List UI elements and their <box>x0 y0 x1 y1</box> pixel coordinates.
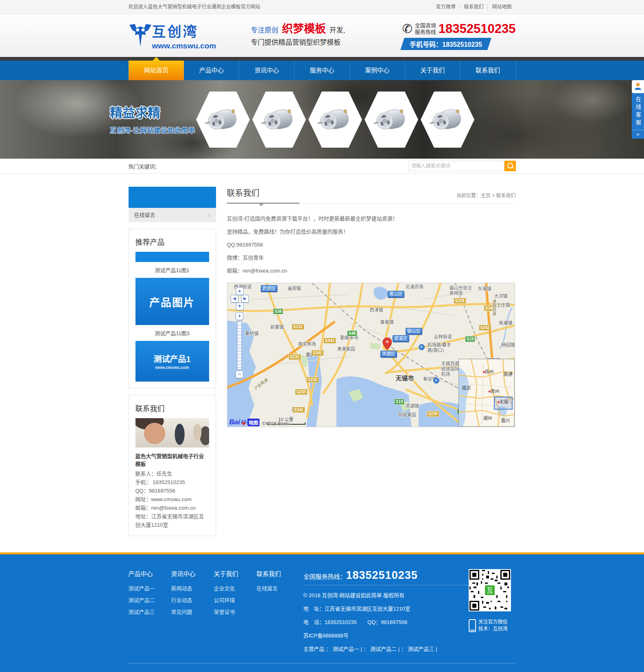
product-image-text: 产品图片 <box>149 294 195 309</box>
footer-icp[interactable]: 苏ICP备8888888号 <box>303 631 469 639</box>
pan-down-button[interactable]: ▼ <box>236 303 244 310</box>
footer-link[interactable]: 测试产品三 <box>129 608 171 615</box>
hotline-label1: 全国咨询 <box>415 22 436 29</box>
footer-link[interactable]: 测试产品二 <box>129 596 171 604</box>
paragraph: 互创湾-打造国内免费资源下载平台！，时时更新最新最全织梦建站资源！ <box>227 214 516 223</box>
nav-item-cases[interactable]: 案例中心 <box>350 61 405 80</box>
footer-column-title: 资讯中心 <box>171 569 214 578</box>
banner-title: 精益求精 <box>110 103 195 121</box>
zoom-in-button[interactable]: + <box>236 312 243 320</box>
topbar-link-sitemap[interactable]: 网站地图 <box>488 4 515 10</box>
nav-item-about[interactable]: 关于我们 <box>405 61 461 80</box>
online-service-widget[interactable]: 在线客服 « <box>632 80 644 139</box>
map-inset-overview[interactable]: 扬州 南通 南京 常州 无锡 湖州 嘉兴 <box>458 359 515 427</box>
contact-line: 邮箱：ren@foxea.com.cn <box>135 504 209 512</box>
footer-column-news: 资讯中心 新闻动态 行业动态 常见问题 <box>171 569 214 652</box>
map-district-label: 滨湖区 <box>380 351 397 358</box>
welcome-text: 欢迎进入蓝色大气营销型机械电子行业通用企业模板官方网站 <box>129 0 260 14</box>
recommend-products-box: 推荐产品 测试产品11图1 产品图片 测试产品11图3 测试产品1 www.cm… <box>129 229 216 388</box>
service-collapse-button[interactable]: « <box>632 130 644 139</box>
footer-link[interactable]: 测试产品一 <box>129 584 171 592</box>
map-label-town: 杨园镇 <box>502 343 515 348</box>
map-label-town: 大河镇 <box>494 294 508 299</box>
road-shield: S48 <box>347 330 358 336</box>
mobile-label: 手机号码： <box>410 41 442 48</box>
main-product-link[interactable]: 测试产品三 <box>408 646 434 652</box>
nav-item-home[interactable]: 网站首页 <box>129 61 184 80</box>
footer-column-contact: 联系我们 在线留言 <box>257 569 299 652</box>
zoom-slider-track[interactable] <box>237 321 242 370</box>
breadcrumb-current: 联系我们 <box>496 193 515 199</box>
footer-link[interactable]: 企业文化 <box>214 584 257 592</box>
footer-phone: 电 话：18352510235 QQ：981697556 <box>303 618 469 626</box>
pan-right-button[interactable]: ▶ <box>241 295 249 303</box>
footer-column-title: 关于我们 <box>214 569 257 578</box>
footer-link[interactable]: 在线留言 <box>257 584 299 592</box>
paragraph: 坚持精品，免费路线！为你打造低价高质量的服务！ <box>227 227 516 236</box>
search-input[interactable] <box>408 161 504 171</box>
product-image[interactable]: 产品图片 <box>135 278 209 325</box>
site-header: 互创湾 www.cmswu.com 专注原创 织梦模板 开发, 专门提供精品营销… <box>0 14 644 57</box>
baidu-map[interactable]: 西湖街道 遥观镇 北渚农场 锡山市张泾茶林场 东港镇 大河镇 王庄镇 练塘镇 杨… <box>227 283 515 427</box>
service-tab-label[interactable]: 在线客服 <box>632 93 644 130</box>
contact-line: QQ：981697556 <box>135 487 209 495</box>
map-label-town: 云林街道 <box>434 334 452 340</box>
main-product-link[interactable]: 测试产品二 <box>370 646 397 652</box>
map-district-label: 锡山区 <box>406 328 422 335</box>
banner-subtitle: 互创湾-让网站建设如此简单 <box>110 125 195 135</box>
product-image[interactable]: 测试产品1 www.cmswu.com <box>135 341 209 382</box>
search-button[interactable] <box>504 161 516 171</box>
pan-up-button[interactable]: ▲ <box>236 287 244 295</box>
footer-link[interactable]: 新闻动态 <box>171 584 214 592</box>
main-products-label: 主营产品 ： <box>303 646 332 652</box>
contact-line: 手机： 18352510235 <box>135 478 209 487</box>
map-label-town: 前黄镇 <box>271 325 284 330</box>
site-footer: 产品中心 测试产品一 测试产品二 测试产品三 资讯中心 新闻动态 行业动态 常见… <box>0 554 644 672</box>
map-label-highway: 通锡高速 <box>491 299 497 316</box>
footer-hotline-label: 全国服务热线： <box>303 572 346 580</box>
baidu-map-label: 地图 <box>247 419 260 426</box>
footer-link[interactable]: 常见问题 <box>171 608 214 615</box>
mobile-ribbon: 手机号码：18352510235 <box>400 38 491 50</box>
chevron-right-icon: › <box>208 208 210 222</box>
main-product-link[interactable]: 测试产品一 <box>333 646 359 652</box>
road-shield: S38 <box>273 308 284 314</box>
footer-link[interactable]: 公司环境 <box>214 596 257 604</box>
breadcrumb-home-link[interactable]: 主页 <box>481 193 491 199</box>
map-marker-pin[interactable] <box>383 338 392 351</box>
footer-link[interactable]: 荣誉证书 <box>214 608 257 615</box>
product-image-partial[interactable] <box>135 252 209 262</box>
hexagon-motor-image <box>365 92 418 148</box>
site-logo[interactable]: 互创湾 www.cmswu.com <box>129 21 216 50</box>
hexagon-motor-image <box>421 92 474 148</box>
separator: ： <box>401 646 406 652</box>
tech-credit[interactable]: 技术：互创湾 <box>478 626 508 633</box>
sidebar-item-message[interactable]: 在线留言 › <box>129 208 216 222</box>
topbar-link-contact[interactable]: 联系我们 <box>460 4 488 10</box>
breadcrumb-separator: > <box>492 193 495 199</box>
nav-item-contact[interactable]: 联系我们 <box>461 61 516 80</box>
footer-link[interactable]: 行业动态 <box>171 596 214 604</box>
map-district-label: 惠山区 <box>388 291 404 298</box>
search-row: 热门关键词： <box>0 159 644 174</box>
road-shield: S228 <box>454 298 466 304</box>
topbar-link-weibo[interactable]: 官方微博 <box>432 4 460 10</box>
product-image-subtitle: www.cmswu.com <box>155 365 189 370</box>
contact-line: 网址：www.cmswu.com <box>135 495 209 504</box>
nav-item-news[interactable]: 资讯中心 <box>239 61 295 80</box>
nav-item-products[interactable]: 产品中心 <box>184 61 239 80</box>
footer-qr-block: 互 关注官方微信 技术：互创湾 <box>469 569 516 652</box>
product-label[interactable]: 测试产品11图3 <box>135 329 209 337</box>
zoom-out-button[interactable]: − <box>236 371 243 378</box>
map-label-town: 渔港家园 <box>337 347 355 352</box>
hotline-number: 18352510235 <box>439 22 516 36</box>
nav-item-service[interactable]: 服务中心 <box>295 61 350 80</box>
divider: | <box>398 646 399 652</box>
baidu-map-logo: Bai 地图 <box>229 418 260 426</box>
divider: | <box>360 646 362 652</box>
footer-main-products: 主营产品 ： 测试产品一 | ： 测试产品二 | ： 测试产品三 | <box>303 645 469 652</box>
contact-company: 蓝色大气营销型机械电子行业模板 <box>135 452 209 468</box>
pan-left-button[interactable]: ◀ <box>231 295 238 303</box>
hotline-label2: 服务热线 <box>415 29 436 35</box>
product-label[interactable]: 测试产品11图1 <box>135 266 209 274</box>
